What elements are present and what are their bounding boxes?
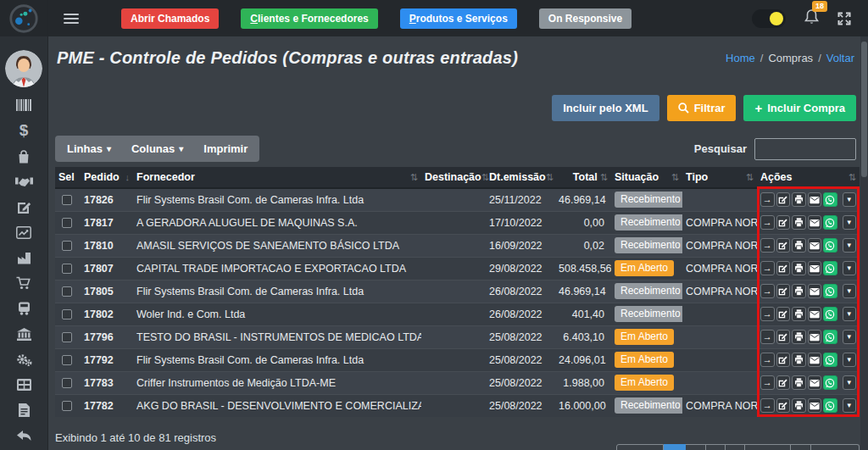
clientes-fornecedores-button[interactable]: Clientes e Fornecedores bbox=[241, 8, 377, 29]
on-responsive-button[interactable]: On Responsive bbox=[539, 8, 632, 29]
sidebar-item-configuracoes[interactable] bbox=[0, 347, 48, 372]
whatsapp-order-button[interactable] bbox=[823, 353, 837, 367]
whatsapp-order-button[interactable] bbox=[823, 238, 837, 253]
table-row[interactable]: 17783 Criffer Instrumentos de Medição LT… bbox=[55, 371, 860, 394]
print-order-button[interactable] bbox=[792, 353, 806, 367]
open-order-button[interactable]: → bbox=[760, 284, 775, 298]
whatsapp-order-button[interactable] bbox=[823, 261, 837, 275]
print-order-button[interactable] bbox=[792, 375, 806, 390]
pagination-page-button[interactable] bbox=[791, 444, 811, 450]
sidebar-item-expedicao[interactable] bbox=[0, 296, 48, 321]
sidebar-item-negociacoes[interactable] bbox=[0, 169, 48, 194]
linhas-dropdown[interactable]: Linhas▾ bbox=[57, 136, 121, 162]
open-order-button[interactable]: → bbox=[760, 330, 775, 344]
header-fornecedor[interactable]: Fornecedor⇅ bbox=[133, 167, 421, 188]
open-order-button[interactable]: → bbox=[760, 192, 775, 207]
sidebar-item-financeiro[interactable]: $ bbox=[0, 118, 48, 143]
print-order-button[interactable] bbox=[792, 398, 806, 413]
print-order-button[interactable] bbox=[792, 192, 806, 207]
pagination-prev-button[interactable] bbox=[616, 444, 664, 450]
table-row[interactable]: 17817 A GERADORA ALUGUEL DE MAQUINAS S.A… bbox=[55, 211, 860, 234]
sidebar-item-relatorios[interactable] bbox=[0, 219, 48, 245]
header-situacao[interactable]: Situação⇅ bbox=[611, 167, 682, 188]
open-order-button[interactable]: → bbox=[760, 353, 775, 367]
table-row[interactable]: 17805 Flir Systems Brasil Com. de Camera… bbox=[55, 280, 860, 303]
more-actions-dropdown[interactable]: ▾ bbox=[843, 353, 857, 367]
email-order-button[interactable] bbox=[808, 330, 822, 344]
search-input[interactable] bbox=[754, 138, 856, 160]
print-order-button[interactable] bbox=[792, 307, 806, 321]
email-order-button[interactable] bbox=[808, 238, 822, 253]
sidebar-item-tabelas[interactable] bbox=[0, 372, 48, 397]
abrir-chamados-button[interactable]: Abrir Chamados bbox=[121, 8, 219, 29]
print-order-button[interactable] bbox=[792, 330, 806, 344]
table-row[interactable]: 17792 Flir Systems Brasil Com. de Camera… bbox=[55, 348, 860, 371]
pagination-page-button[interactable] bbox=[706, 444, 726, 450]
header-total[interactable]: Total⇅ bbox=[555, 167, 611, 188]
more-actions-dropdown[interactable]: ▾ bbox=[843, 330, 857, 344]
more-actions-dropdown[interactable]: ▾ bbox=[843, 238, 857, 253]
header-sel[interactable]: Sel bbox=[55, 167, 81, 188]
more-actions-dropdown[interactable]: ▾ bbox=[843, 375, 857, 390]
sidebar-item-vendas[interactable] bbox=[0, 270, 48, 296]
edit-order-button[interactable] bbox=[776, 261, 791, 275]
produtos-servicos-button[interactable]: Produtos e Serviços bbox=[400, 8, 517, 29]
row-checkbox[interactable] bbox=[62, 309, 72, 319]
open-order-button[interactable]: → bbox=[760, 215, 775, 230]
more-actions-dropdown[interactable]: ▾ bbox=[843, 192, 857, 207]
header-tipo[interactable]: Tipo⇅ bbox=[682, 167, 757, 188]
sidebar-item-barcode[interactable] bbox=[0, 92, 48, 118]
filtrar-button[interactable]: Filtrar bbox=[667, 95, 737, 121]
sidebar-item-fiscal[interactable] bbox=[0, 321, 48, 347]
whatsapp-order-button[interactable] bbox=[823, 192, 837, 207]
fullscreen-button[interactable] bbox=[837, 12, 851, 25]
row-checkbox[interactable] bbox=[62, 332, 72, 342]
more-actions-dropdown[interactable]: ▾ bbox=[843, 284, 857, 298]
email-order-button[interactable] bbox=[808, 284, 822, 298]
row-checkbox[interactable] bbox=[62, 195, 72, 205]
print-order-button[interactable] bbox=[792, 238, 806, 253]
more-actions-dropdown[interactable]: ▾ bbox=[843, 215, 857, 230]
pagination-page-button[interactable] bbox=[726, 444, 745, 450]
sidebar-item-voltar[interactable] bbox=[0, 423, 48, 448]
whatsapp-order-button[interactable] bbox=[823, 375, 837, 390]
edit-order-button[interactable] bbox=[776, 398, 791, 413]
table-row[interactable]: 17796 TESTO DO BRASIL - INSTRUMENTOS DE … bbox=[55, 325, 860, 348]
open-order-button[interactable]: → bbox=[760, 261, 775, 275]
edit-order-button[interactable] bbox=[776, 238, 791, 253]
edit-order-button[interactable] bbox=[776, 307, 791, 321]
breadcrumb-voltar-link[interactable]: Voltar bbox=[826, 52, 854, 64]
imprimir-button[interactable]: Imprimir bbox=[193, 136, 258, 162]
edit-order-button[interactable] bbox=[776, 284, 791, 298]
table-row[interactable]: 17782 AKG DO BRASIL - DESENVOLVIMENTO E … bbox=[55, 394, 860, 417]
header-destinacao[interactable]: Destinação⇅ bbox=[421, 167, 486, 188]
header-emissao[interactable]: Dt.emissão⇅ bbox=[486, 167, 555, 188]
edit-order-button[interactable] bbox=[776, 353, 791, 367]
incluir-compra-button[interactable]: + Incluir Compra bbox=[743, 95, 856, 121]
edit-order-button[interactable] bbox=[776, 330, 791, 344]
edit-order-button[interactable] bbox=[776, 215, 791, 230]
user-avatar[interactable] bbox=[5, 50, 42, 87]
whatsapp-order-button[interactable] bbox=[823, 307, 837, 321]
sidebar-item-producao[interactable] bbox=[0, 245, 48, 270]
more-actions-dropdown[interactable]: ▾ bbox=[843, 307, 857, 321]
colunas-dropdown[interactable]: Colunas▾ bbox=[121, 136, 193, 162]
header-acoes[interactable]: Ações⇅ bbox=[757, 167, 860, 188]
edit-order-button[interactable] bbox=[776, 192, 791, 207]
whatsapp-order-button[interactable] bbox=[823, 284, 837, 298]
row-checkbox[interactable] bbox=[62, 355, 72, 365]
whatsapp-order-button[interactable] bbox=[823, 398, 837, 413]
row-checkbox[interactable] bbox=[62, 264, 72, 274]
open-order-button[interactable]: → bbox=[760, 398, 775, 413]
email-order-button[interactable] bbox=[808, 375, 822, 390]
table-row[interactable]: 17810 AMASIL SERVIÇOS DE SANEAMENTO BÁSI… bbox=[55, 234, 860, 257]
pagination-next-button[interactable] bbox=[811, 444, 860, 450]
sidebar-item-cadastro[interactable] bbox=[0, 194, 48, 219]
scrollbar-track[interactable] bbox=[860, 36, 868, 450]
pagination-page-button[interactable] bbox=[745, 444, 791, 450]
row-checkbox[interactable] bbox=[62, 241, 72, 251]
email-order-button[interactable] bbox=[808, 192, 822, 207]
pagination-page-active[interactable] bbox=[664, 444, 686, 450]
header-pedido[interactable]: Pedido↓ bbox=[81, 167, 133, 188]
more-actions-dropdown[interactable]: ▾ bbox=[843, 261, 857, 275]
